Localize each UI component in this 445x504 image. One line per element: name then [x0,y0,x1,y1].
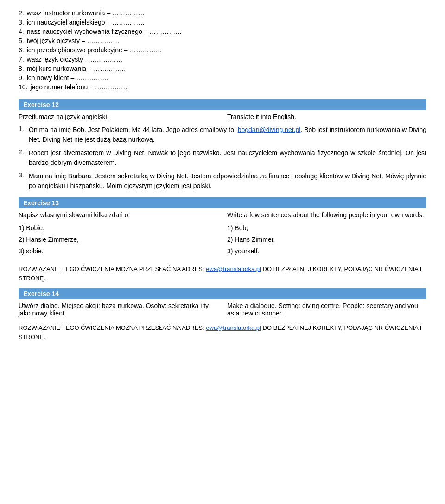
exercise-12-header: Exercise 12 [19,99,426,110]
notice-2-text: ROZWIĄZANIE TEGO ĆWICZENIA MOŻNA PRZESŁA… [19,324,204,331]
item-text: ich nowy klient – …………… [27,74,109,82]
item-num: 6. [19,46,24,54]
exercise-12-section: Exercise 12 Przetłumacz na język angiels… [19,99,426,191]
item-text: twój język ojczysty – …………… [27,37,120,44]
notice-1: ROZWIĄZANIE TEGO ĆWICZENIA MOŻNA PRZESŁA… [19,265,426,283]
list-item: 3) sobie. [19,246,218,256]
list-item: 7. wasz język ojczysty – …………… [19,56,426,63]
item-text: wasz instructor nurkowania – …………… [27,9,145,17]
exercise-13-right-instruction: Write a few sentences about the followin… [227,211,426,219]
exercise-14-section: Exercise 14 Utwórz dialog. Miejsce akcji… [19,288,426,317]
exercise-13-instructions: Napisz własnymi słowami kilka zdań o: Wr… [19,211,426,219]
item-text: wasz język ojczysty – …………… [27,56,123,63]
email-link-bogdan[interactable]: bogdan@diving.net.pl [238,126,301,133]
item-num: 3. [19,19,24,26]
item-num: 2. [19,9,24,17]
exercise-14-title: Exercise 14 [23,290,59,297]
item-text: nasz nauczyciel wychowania fizycznego – … [27,28,182,35]
item-text: mój kurs nurkowania – …………… [27,65,126,72]
list-item: 10. jego numer telefonu – …………… [19,83,426,91]
para-text: On ma na imię Bob. Jest Polakiem. Ma 44 … [29,125,426,145]
list-item: 4. nasz nauczyciel wychowania fizycznego… [19,28,426,35]
list-item: 9. ich nowy klient – …………… [19,74,426,82]
notice-1-text: ROZWIĄZANIE TEGO ĆWICZENIA MOŻNA PRZESŁA… [19,265,204,272]
list-item: 1) Bobie, [19,223,218,233]
item-num: 8. [19,65,24,72]
list-item: 5. twój język ojczysty – …………… [19,37,426,44]
exercise-12-left-instruction: Przetłumacz na język angielski. [19,113,218,120]
para-num: 2. [19,148,26,168]
exercise-12-instructions: Przetłumacz na język angielski. Translat… [19,113,426,120]
exercise-12-para-1: 1. On ma na imię Bob. Jest Polakiem. Ma … [19,125,426,145]
list-item: 6. ich przedsiębiorstwo produkcyjne – ……… [19,46,426,54]
item-num: 4. [19,28,24,35]
para-num: 3. [19,171,26,191]
item-num: 5. [19,37,24,44]
exercise-12-para-3: 3. Mam na imię Barbara. Jestem sekretark… [19,171,426,191]
exercise-12-right-instruction: Translate it into English. [227,113,426,120]
exercise-13-title: Exercise 13 [23,199,59,207]
exercise-13-right-list: 1) Bob, 2) Hans Zimmer, 3) yourself. [227,223,426,258]
list-item: 1) Bob, [227,223,426,233]
list-item: 2) Hansie Zimmerze, [19,235,218,245]
para-text: Mam na imię Barbara. Jestem sekretarką w… [29,171,426,191]
notice-2-email[interactable]: ewa@translatorka.pl [206,324,261,331]
para-text: Robert jest divemasterem w Diving Net. N… [29,148,426,168]
exercise-14-right-instruction: Make a dialogue. Setting: diving centre.… [227,302,426,317]
exercise-13-left-instruction: Napisz własnymi słowami kilka zdań o: [19,211,218,219]
exercise-14-instructions: Utwórz dialog. Miejsce akcji: baza nurko… [19,302,426,317]
exercise-14-header: Exercise 14 [19,288,426,299]
item-num: 9. [19,74,24,82]
item-num: 7. [19,56,24,63]
list-item: 8. mój kurs nurkowania – …………… [19,65,426,72]
exercise-13-lists: 1) Bobie, 2) Hansie Zimmerze, 3) sobie. … [19,223,426,258]
item-text: ich nauczyciel angielskiego – …………… [27,19,145,26]
para-num: 1. [19,125,26,145]
list-item: 3) yourself. [227,246,426,256]
exercise-12-para-2: 2. Robert jest divemasterem w Diving Net… [19,148,426,168]
exercise-14-left-instruction: Utwórz dialog. Miejsce akcji: baza nurko… [19,302,218,317]
list-item: 3. ich nauczyciel angielskiego – …………… [19,19,426,26]
exercise-13-section: Exercise 13 Napisz własnymi słowami kilk… [19,197,426,258]
notice-2: ROZWIĄZANIE TEGO ĆWICZENIA MOŻNA PRZESŁA… [19,323,426,341]
list-item: 2. wasz instructor nurkowania – …………… [19,9,426,17]
exercise-13-header: Exercise 13 [19,197,426,208]
exercise-13-left-list: 1) Bobie, 2) Hansie Zimmerze, 3) sobie. [19,223,218,258]
item-text: ich przedsiębiorstwo produkcyjne – …………… [27,46,162,54]
item-text: jego numer telefonu – …………… [30,83,127,91]
numbered-list: 2. wasz instructor nurkowania – …………… 3.… [19,9,426,91]
exercise-12-title: Exercise 12 [23,101,59,108]
notice-1-email[interactable]: ewa@translatorka.pl [206,265,261,272]
list-item: 2) Hans Zimmer, [227,235,426,245]
item-num: 10. [19,83,27,91]
